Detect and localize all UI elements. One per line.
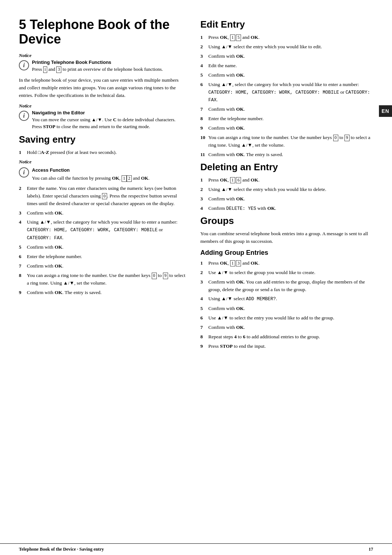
step-1: 1 Hold □A-Z pressed (for at least two se… <box>19 149 187 156</box>
edit-step-7: 7 Confirm with OK. <box>200 106 373 113</box>
key-i: i <box>43 66 47 73</box>
key-9a: 9 <box>163 273 168 279</box>
groups-title: Groups <box>200 215 373 227</box>
saving-entry-steps: 1 Hold □A-Z pressed (for at least two se… <box>19 149 187 297</box>
chapter-title: 5 Telephone Book of the Device <box>19 17 187 46</box>
notice-access: Notice i Access Function You can also ca… <box>19 158 187 182</box>
left-column: 5 Telephone Book of the Device Notice i … <box>19 17 197 543</box>
edit-step-5: 5 Confirm with OK. <box>200 72 373 79</box>
page: 5 Telephone Book of the Device Notice i … <box>0 0 392 555</box>
edit-step-9: 9 Confirm with OK. <box>200 125 373 132</box>
edit-step-11: 11 Confirm with OK. The entry is saved. <box>200 151 373 159</box>
groups-intro: You can combine several telephone book e… <box>200 230 373 245</box>
step-4: 4 Using ▲/▼, select the category for whi… <box>19 219 187 242</box>
key-1b: 1 <box>230 34 235 41</box>
edit-step-8: 8 Enter the telephone number. <box>200 115 373 123</box>
deleting-entry-title: Deleting an Entry <box>200 162 373 173</box>
grp-step-6: 6 Use ▲/▼ to select the entry you would … <box>200 314 373 322</box>
deleting-entry-steps: 1 Press OK, 1 6 and OK. 2 Using ▲/▼ sele… <box>200 176 373 212</box>
key-0c: 0 <box>333 135 338 141</box>
step-5: 5 Confirm with OK. <box>19 244 187 251</box>
notice-content-3: Access Function You can also call the fu… <box>32 167 187 182</box>
notice-navigating: Notice i Navigating in the Editor You ca… <box>19 103 187 130</box>
edit-step-2: 2 Using ▲/▼ select the entry which you w… <box>200 43 373 51</box>
saving-entry-title: Saving entry <box>19 134 187 145</box>
adding-group-title: Adding Group Entries <box>200 249 373 257</box>
info-icon-1: i <box>19 60 29 70</box>
edit-entry-title: Edit Entry <box>200 19 373 30</box>
grp-step-7: 7 Confirm with OK. <box>200 324 373 331</box>
edit-step-3: 3 Confirm with OK. <box>200 53 373 60</box>
step-9: 9 Confirm with OK. The entry is saved. <box>19 289 187 297</box>
key-2a: 2 <box>127 175 132 182</box>
edit-entry-steps: 1 Press OK, 1 5 and OK. 2 Using ▲/▼ sele… <box>200 34 373 159</box>
key-1a: 1 <box>122 175 127 182</box>
intro-paragraph: In the telephone book of your device, yo… <box>19 77 187 99</box>
notice-text-2: You can move the cursor using ▲/▼. Use C… <box>32 116 187 130</box>
key-6: 6 <box>236 177 241 184</box>
notice-text-3: You can also call the function by pressi… <box>32 175 187 182</box>
del-step-1: 1 Press OK, 1 6 and OK. <box>200 176 373 184</box>
notice-text-1: Press i and 3 to print an overview of th… <box>32 66 187 73</box>
key-0b: 0 <box>152 273 157 279</box>
grp-step-2: 2 Use ▲/▼ to select the group you would … <box>200 269 373 277</box>
notice-label-3: Notice <box>19 158 187 166</box>
edit-step-4: 4 Edit the name. <box>200 62 373 70</box>
key-3: 3 <box>236 260 241 267</box>
notice-content-2: Navigating in the Editor You can move th… <box>32 110 187 130</box>
step-2: 2 Enter the name. You can enter characte… <box>19 185 187 208</box>
step-7: 7 Confirm with OK. <box>19 262 187 270</box>
edit-step-6: 6 Using ▲/▼, select the category for whi… <box>200 81 373 104</box>
del-step-3: 3 Confirm with OK. <box>200 195 373 203</box>
step-8: 8 You can assign a ring tone to the numb… <box>19 272 187 287</box>
del-step-4: 4 Confirm DELETE: YES with OK. <box>200 205 373 212</box>
grp-step-9: 9 Press STOP to end the input. <box>200 343 373 350</box>
info-icon-2: i <box>19 111 29 121</box>
grp-step-4: 4 Using ▲/▼ select ADD MEMBER?. <box>200 295 373 303</box>
grp-step-3: 3 Confirm with OK. You can add entries t… <box>200 278 373 294</box>
en-tab: EN <box>379 105 392 117</box>
footer-right: 17 <box>369 547 373 552</box>
step-3: 3 Confirm with OK. <box>19 209 187 217</box>
edit-step-10: 10 You can assign a ring tone to the num… <box>200 134 373 149</box>
key-9b: 9 <box>344 135 350 141</box>
adding-group-steps: 1 Press OK, 1 3 and OK. 2 Use ▲/▼ to sel… <box>200 260 373 350</box>
notice-label-1: Notice <box>19 53 187 58</box>
footer-left: Telephone Book of the Device · Saving en… <box>19 547 104 552</box>
key-1d: 1 <box>230 260 235 267</box>
key-0a: 0 <box>102 193 107 200</box>
info-icon-3: i <box>19 167 29 177</box>
key-3: 3 <box>56 66 61 73</box>
key-1c: 1 <box>230 177 235 184</box>
notice-content-1: Printing Telephone Book Functions Press … <box>32 60 187 73</box>
notice-heading-2: Navigating in the Editor <box>32 110 187 115</box>
notice-printing: Notice i Printing Telephone Book Functio… <box>19 53 187 73</box>
notice-label-2: Notice <box>19 103 187 109</box>
del-step-2: 2 Using ▲/▼ select the entry which you w… <box>200 186 373 193</box>
grp-step-5: 5 Confirm with OK. <box>200 305 373 313</box>
footer: Telephone Book of the Device · Saving en… <box>0 543 392 555</box>
grp-step-1: 1 Press OK, 1 3 and OK. <box>200 260 373 267</box>
edit-step-1: 1 Press OK, 1 5 and OK. <box>200 34 373 41</box>
step-6: 6 Enter the telephone number. <box>19 253 187 261</box>
grp-step-8: 8 Repeat steps 4 to 6 to add additional … <box>200 333 373 341</box>
notice-heading-3: Access Function <box>32 167 187 174</box>
notice-heading-1: Printing Telephone Book Functions <box>32 60 187 65</box>
right-column: Edit Entry 1 Press OK, 1 5 and OK. 2 Usi… <box>197 17 373 543</box>
key-5: 5 <box>236 34 241 41</box>
